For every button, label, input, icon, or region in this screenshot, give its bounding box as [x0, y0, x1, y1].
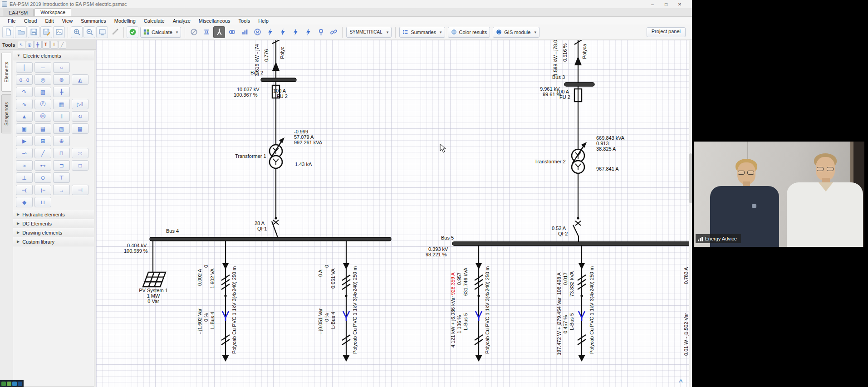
menu-analyze[interactable]: Analyze	[169, 18, 195, 24]
minimize-button[interactable]: –	[646, 0, 659, 8]
load-flow-bolt-button-2[interactable]	[277, 26, 289, 38]
tool-connector-a[interactable]: ⊷	[34, 160, 51, 171]
load-flow-bolt-button-3[interactable]	[289, 26, 301, 38]
tool-pv-array[interactable]: ▦	[53, 99, 70, 109]
save-button[interactable]	[28, 26, 39, 38]
section-electric-elements[interactable]: ▼Electric elements	[13, 51, 94, 60]
tool-cable[interactable]: ≈	[16, 160, 33, 171]
feeder-lbus4-2[interactable]	[342, 241, 350, 362]
menu-tools[interactable]: Tools	[235, 18, 255, 24]
tool-junction[interactable]: ⊔	[34, 197, 51, 207]
sidebar-tab-snapshots[interactable]: Snapshots	[1, 94, 11, 133]
breaker-qf2[interactable]	[573, 217, 581, 242]
tab-workspace[interactable]: Workspace	[34, 8, 71, 16]
expand-caret-icon[interactable]: ^	[679, 378, 683, 386]
tool-bus-vertical[interactable]: │	[16, 62, 33, 73]
tool-transformer-3w[interactable]: ⊛	[53, 74, 70, 85]
italic-text-icon[interactable]: I	[50, 41, 58, 49]
tool-coupler-left[interactable]: −(	[16, 185, 33, 195]
maximize-button[interactable]: □	[659, 0, 673, 8]
menu-modelling[interactable]: Modelling	[110, 18, 140, 24]
tool-frame[interactable]: ▣	[16, 123, 33, 134]
save-all-button[interactable]	[40, 26, 52, 38]
tool-add-node[interactable]: ⊕	[53, 136, 70, 146]
tool-text-panel[interactable]: ▤	[34, 123, 51, 134]
tool-breaker-b[interactable]: ≍	[72, 148, 88, 158]
gis-module-dropdown[interactable]: GIS module ▾	[493, 27, 539, 38]
select-cursor-icon[interactable]: ↖	[18, 41, 25, 49]
bus2-bar[interactable]	[261, 78, 296, 82]
disable-element-button[interactable]	[188, 26, 200, 38]
bus4-bar[interactable]	[150, 237, 391, 241]
tool-capacitor[interactable]: ‖	[53, 111, 70, 122]
link-tool-button[interactable]	[328, 26, 339, 38]
text-tool-icon[interactable]: T	[42, 41, 50, 49]
sidebar-tab-elements[interactable]: Elements	[1, 53, 11, 92]
tool-hatch-b[interactable]: ▩	[72, 123, 88, 134]
tool-autotransformer[interactable]: ◭	[72, 74, 88, 85]
incoming-line-bus2[interactable]	[272, 40, 280, 82]
tool-breaker-a[interactable]: ⊓	[53, 148, 70, 158]
menu-calculate[interactable]: Calculate	[140, 18, 169, 24]
tool-terminal[interactable]: ⊣	[72, 185, 88, 195]
project-panel-button[interactable]: Project panel	[647, 27, 686, 37]
tool-switch-a[interactable]: ⊸	[16, 148, 33, 158]
tool-node[interactable]: ○	[53, 62, 70, 73]
close-button[interactable]: ✕	[673, 0, 687, 8]
zoom-fit-button[interactable]	[96, 26, 108, 38]
tool-cross-node[interactable]: ╋	[53, 87, 70, 97]
tool-diamond[interactable]: ◆	[16, 197, 33, 207]
tool-box[interactable]: □	[72, 160, 88, 171]
menu-file[interactable]: File	[4, 18, 20, 24]
tab-ea-psm[interactable]: EA-PSM	[3, 9, 34, 16]
tool-bend[interactable]: ↷	[16, 87, 33, 97]
symmetry-select[interactable]: SYMMETRICAL ▾	[346, 27, 392, 38]
diagram-canvas[interactable]: Bus 2 10.037 kV 100.367 % 100 A FU 2 Tra…	[96, 40, 692, 387]
transformer1-symbol[interactable]	[270, 137, 284, 168]
calculate-dropdown[interactable]: Calculate ▾	[140, 27, 181, 38]
tool-rotating-machine[interactable]: ↻	[72, 111, 88, 122]
tool-switch-b[interactable]: ╱	[34, 148, 51, 158]
motor-tool-button[interactable]	[251, 26, 263, 38]
feeder-lbus4-1[interactable]	[221, 241, 230, 362]
tool-earth[interactable]: ⊤	[53, 172, 70, 183]
tool-connector-b[interactable]: ⊐	[53, 160, 70, 171]
section-hydraulic-elements[interactable]: ▶Hydraulic elements	[13, 210, 94, 219]
tool-neutral[interactable]: ⊖	[34, 172, 51, 183]
menu-summaries[interactable]: Summaries	[77, 18, 110, 24]
incoming-line-bus3[interactable]	[574, 40, 582, 83]
open-button[interactable]	[15, 26, 27, 38]
tool-battery[interactable]: ▷‖	[72, 99, 88, 109]
transformer-tool-button[interactable]	[226, 26, 238, 38]
taskbar-app-icon[interactable]	[12, 382, 17, 386]
busbar-tool-button[interactable]	[201, 26, 212, 38]
tool-load-arrow[interactable]: ▲	[16, 111, 33, 122]
section-dc-elements[interactable]: ▶DC Elements	[13, 219, 94, 228]
section-drawing-elements[interactable]: ▶Drawing elements	[13, 228, 94, 237]
tool-motor[interactable]: Ⓜ	[34, 111, 51, 122]
tool-line[interactable]: o─o	[16, 74, 33, 85]
move-icon[interactable]: ╋	[34, 41, 42, 49]
tool-grid-block[interactable]: ⊞	[34, 136, 51, 146]
annotate-button[interactable]	[109, 26, 121, 38]
line-tool-icon[interactable]: ╱	[59, 41, 66, 49]
menu-edit[interactable]: Edit	[41, 18, 58, 24]
tool-ac-source[interactable]: ∿	[16, 99, 33, 109]
validate-button[interactable]	[127, 26, 138, 38]
tool-coupler-right[interactable]: )−	[34, 185, 51, 195]
color-results-button[interactable]: Color results	[448, 27, 490, 38]
branch-tool-button-active[interactable]	[213, 26, 225, 38]
taskbar-app-icon[interactable]	[7, 382, 11, 386]
load-flow-bolt-button-4[interactable]	[302, 26, 314, 38]
tool-image-frame[interactable]: ▨	[34, 87, 51, 97]
tool-arrow-connector[interactable]: →	[53, 185, 70, 195]
fuse-fu2-right[interactable]	[574, 89, 582, 102]
menu-help[interactable]: Help	[254, 18, 273, 24]
zoom-in-button[interactable]	[71, 26, 83, 38]
new-button[interactable]	[2, 26, 14, 38]
feeder-lbus5-1[interactable]	[475, 245, 483, 362]
taskbar-app-icon[interactable]	[18, 382, 22, 386]
transformer2-symbol[interactable]	[572, 142, 587, 173]
target-icon[interactable]: ◎	[26, 41, 34, 49]
results-chart-button[interactable]	[239, 26, 250, 38]
